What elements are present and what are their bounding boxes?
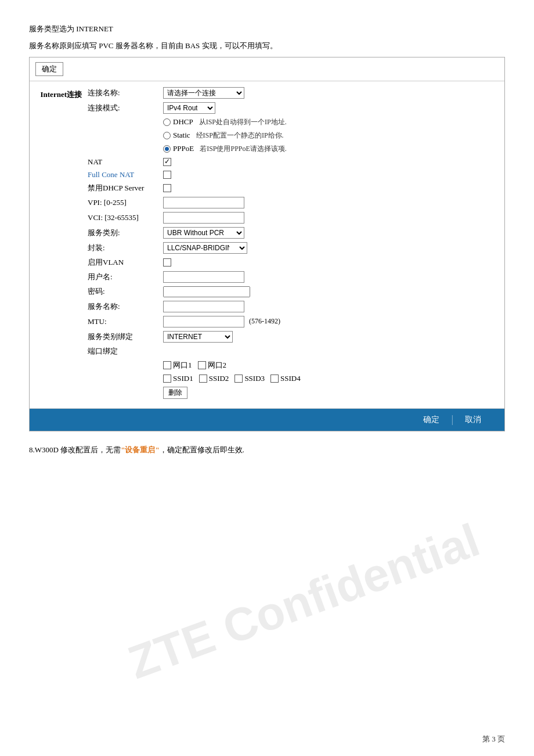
mtu-input[interactable]: 1466	[163, 316, 244, 327]
internet-connection-label: Internet连接	[30, 87, 88, 402]
mtu-row: MTU: 1466 (576-1492)	[88, 316, 493, 327]
vpi-input[interactable]	[163, 197, 244, 208]
password-label: 密码:	[88, 286, 163, 297]
fullcone-row: Full Cone NAT	[88, 170, 493, 179]
cancel-footer-button[interactable]: 取消	[453, 415, 493, 425]
port-binding-label-row: 端口绑定	[88, 346, 493, 357]
password-control	[163, 286, 250, 297]
service-type-label: 服务类别:	[88, 228, 163, 238]
pppoe-radio[interactable]	[163, 145, 171, 153]
mtu-control: 1466 (576-1492)	[163, 316, 280, 327]
ssid-row: SSID1 SSID2 SSID3 SSID4	[163, 374, 493, 383]
bottom-note: 8.W300D 修改配置后，无需"设备重启"，确定配置修改后即生效.	[29, 443, 505, 456]
nat-control: ✓	[163, 158, 171, 166]
service-type-control: UBR Without PCR	[163, 227, 244, 239]
vci-control	[163, 212, 244, 224]
ssid3-label: SSID3	[234, 374, 265, 383]
pppoe-desc: 若ISP使用PPPoE请选择该项.	[200, 144, 287, 154]
internet-binding-row: 服务类别绑定 INTERNET	[88, 331, 493, 343]
ssid4-checkbox[interactable]	[270, 375, 279, 383]
internet-binding-label: 服务类别绑定	[88, 332, 163, 342]
port2-label: 网口2	[198, 360, 227, 370]
vlan-label: 启用VLAN	[88, 257, 163, 268]
watermark: ZTE Confidential	[121, 513, 486, 690]
connection-row: 连接名称: 请选择一个连接	[88, 87, 493, 99]
encap-control: LLC/SNAP-BRIDGING	[163, 242, 247, 254]
port1-text: 网口1	[173, 360, 192, 370]
static-row: Static 经ISP配置一个静态的IP给你.	[88, 131, 493, 141]
fullcone-control	[163, 171, 171, 179]
disable-dhcp-checkbox[interactable]	[163, 184, 171, 192]
vlan-checkbox[interactable]	[163, 258, 171, 267]
vpi-control	[163, 197, 244, 208]
static-radio[interactable]	[163, 132, 171, 139]
vci-input[interactable]	[163, 212, 244, 224]
ssid2-checkbox[interactable]	[199, 375, 207, 383]
bottom-note-highlight: "设备重启"	[121, 445, 159, 454]
service-type-select[interactable]: UBR Without PCR	[163, 227, 244, 239]
dhcp-radio[interactable]	[163, 118, 171, 126]
dialog-container: 确定 Internet连接 连接名称: 请选择一个连接 连接模式:	[29, 57, 505, 431]
confirm-footer-button[interactable]: 确定	[412, 415, 451, 425]
vlan-row: 启用VLAN	[88, 257, 493, 268]
port1-checkbox[interactable]	[163, 361, 171, 369]
port2-text: 网口2	[208, 360, 227, 370]
mode-select[interactable]: IPv4 Route	[163, 102, 215, 114]
pppoe-label: PPPoE	[173, 144, 194, 153]
port2-checkbox[interactable]	[198, 361, 206, 369]
ssid4-text: SSID4	[280, 374, 301, 383]
port-binding-label: 端口绑定	[88, 346, 163, 357]
connection-label: 连接名称:	[88, 88, 163, 98]
disable-dhcp-row: 禁用DHCP Server	[88, 183, 493, 193]
ssid1-checkbox[interactable]	[163, 375, 171, 383]
ssid2-text: SSID2	[209, 374, 229, 383]
delete-row: 删除	[163, 387, 493, 399]
ssid3-checkbox[interactable]	[234, 375, 243, 383]
dialog-footer: 确定 | 取消	[30, 409, 504, 431]
mtu-range: (576-1492)	[249, 317, 280, 326]
vci-row: VCI: [32-65535]	[88, 212, 493, 224]
username-input[interactable]	[163, 271, 244, 283]
encap-row: 封装: LLC/SNAP-BRIDGING	[88, 242, 493, 254]
ssid2-label: SSID2	[199, 374, 229, 383]
vci-label: VCI: [32-65535]	[88, 213, 163, 222]
username-label: 用户名:	[88, 272, 163, 282]
intro-line2: 服务名称原则应填写 PVC 服务器名称，目前由 BAS 实现，可以不用填写。	[29, 40, 505, 52]
ssid1-text: SSID1	[173, 374, 193, 383]
ssid3-text: SSID3	[244, 374, 265, 383]
encap-select[interactable]: LLC/SNAP-BRIDGING	[163, 242, 247, 254]
nat-row: NAT ✓	[88, 157, 493, 167]
internet-select[interactable]: INTERNET	[163, 331, 233, 343]
nat-label: NAT	[88, 157, 163, 167]
static-control: Static 经ISP配置一个静态的IP给你.	[163, 131, 284, 141]
pppoe-control: PPPoE 若ISP使用PPPoE请选择该项.	[163, 144, 287, 154]
confirm-top-button[interactable]: 确定	[35, 62, 63, 76]
mode-control: IPv4 Route	[163, 102, 215, 114]
delete-button[interactable]: 删除	[163, 387, 187, 399]
dialog-body: Internet连接 连接名称: 请选择一个连接 连接模式: IPv4 Rout…	[30, 81, 504, 408]
nat-checkbox[interactable]: ✓	[163, 158, 171, 166]
fullcone-checkbox[interactable]	[163, 171, 171, 179]
dhcp-row: DHCP 从ISP处自动得到一个IP地址.	[88, 117, 493, 127]
username-control	[163, 271, 244, 283]
ssid1-label: SSID1	[163, 374, 193, 383]
disable-dhcp-control	[163, 184, 171, 192]
static-desc: 经ISP配置一个静态的IP给你.	[196, 131, 284, 141]
form-content: 连接名称: 请选择一个连接 连接模式: IPv4 Route	[88, 87, 504, 402]
internet-binding-control: INTERNET	[163, 331, 233, 343]
static-label: Static	[173, 131, 190, 140]
port1-label: 网口1	[163, 360, 192, 370]
svcname-row: 服务名称:	[88, 301, 493, 312]
svcname-label: 服务名称:	[88, 301, 163, 312]
connection-control: 请选择一个连接	[163, 87, 244, 99]
dialog-header: 确定	[30, 57, 504, 81]
mode-label: 连接模式:	[88, 103, 163, 113]
username-row: 用户名:	[88, 271, 493, 283]
encap-label: 封装:	[88, 243, 163, 253]
mode-row: 连接模式: IPv4 Route	[88, 102, 493, 114]
bottom-note-after: ，确定配置修改后即生效.	[160, 445, 244, 454]
vpi-label: VPI: [0-255]	[88, 198, 163, 207]
connection-select[interactable]: 请选择一个连接	[163, 87, 244, 99]
svcname-input[interactable]	[163, 301, 244, 312]
password-input[interactable]	[163, 286, 250, 297]
